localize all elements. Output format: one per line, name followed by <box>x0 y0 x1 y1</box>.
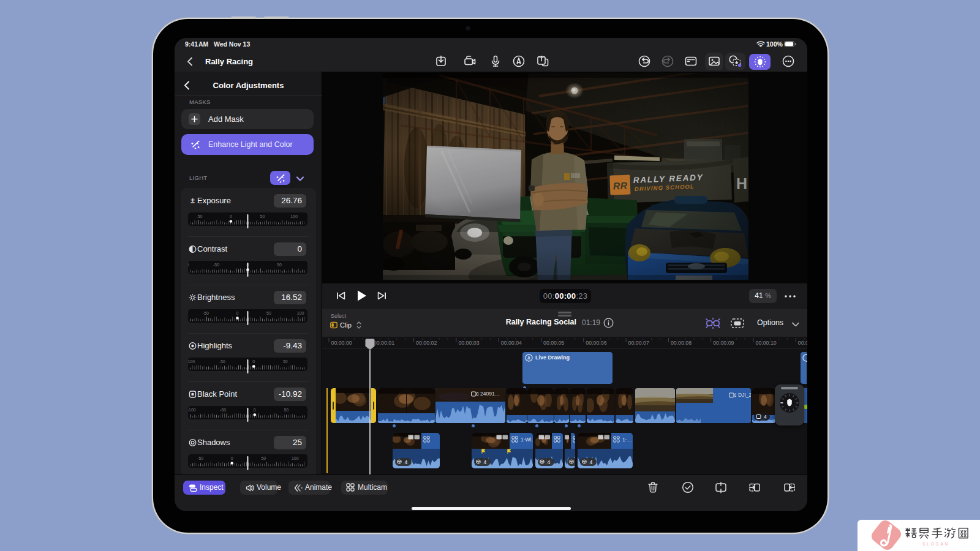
svg-text:4: 4 <box>484 459 487 465</box>
svg-text:00:00:08: 00:00:08 <box>671 340 692 346</box>
svg-text:00:00:09: 00:00:09 <box>713 340 734 346</box>
svg-text:-50: -50 <box>220 408 226 412</box>
svg-text:00:00:03: 00:00:03 <box>458 340 479 346</box>
svg-text:-50: -50 <box>203 311 209 315</box>
svg-text:0: 0 <box>252 359 255 364</box>
svg-text:0: 0 <box>231 456 233 460</box>
svg-text:-50: -50 <box>196 214 202 219</box>
svg-text:00:00:05: 00:00:05 <box>543 340 564 346</box>
svg-text:4: 4 <box>548 459 551 465</box>
svg-text:50: 50 <box>260 214 265 219</box>
svg-text:00:00:07: 00:00:07 <box>628 340 649 346</box>
svg-text:-100: -100 <box>186 359 195 364</box>
svg-text:-50: -50 <box>197 456 203 460</box>
svg-text:0: 0 <box>236 311 239 315</box>
svg-text:4: 4 <box>764 414 767 420</box>
svg-text:50: 50 <box>284 408 288 412</box>
svg-text:±: ± <box>190 197 195 205</box>
svg-text:-50: -50 <box>219 359 225 364</box>
svg-text:00:00:02: 00:00:02 <box>416 340 437 346</box>
svg-text:4: 4 <box>405 459 408 465</box>
svg-text:100: 100 <box>290 214 298 219</box>
svg-text:100: 100 <box>297 311 304 315</box>
svg-text:50: 50 <box>277 263 282 267</box>
svg-text:50: 50 <box>261 456 266 460</box>
svg-text:50: 50 <box>266 311 271 315</box>
svg-text:00:00:06: 00:00:06 <box>586 340 606 346</box>
svg-text:50: 50 <box>283 359 288 364</box>
svg-text:00:00:04: 00:00:04 <box>501 340 522 346</box>
svg-text:00:00:11: 00:00:11 <box>798 340 807 346</box>
svg-text:0: 0 <box>230 214 232 219</box>
svg-text:00:00:01: 00:00:01 <box>374 340 394 346</box>
svg-text:-100: -100 <box>187 408 196 412</box>
svg-text:100: 100 <box>292 456 299 460</box>
svg-text:4: 4 <box>590 459 593 465</box>
svg-text:00:00:00: 00:00:00 <box>331 340 352 346</box>
svg-text:-50: -50 <box>213 263 219 267</box>
svg-text:0: 0 <box>254 408 256 412</box>
svg-text:00:00:10: 00:00:10 <box>756 340 777 346</box>
